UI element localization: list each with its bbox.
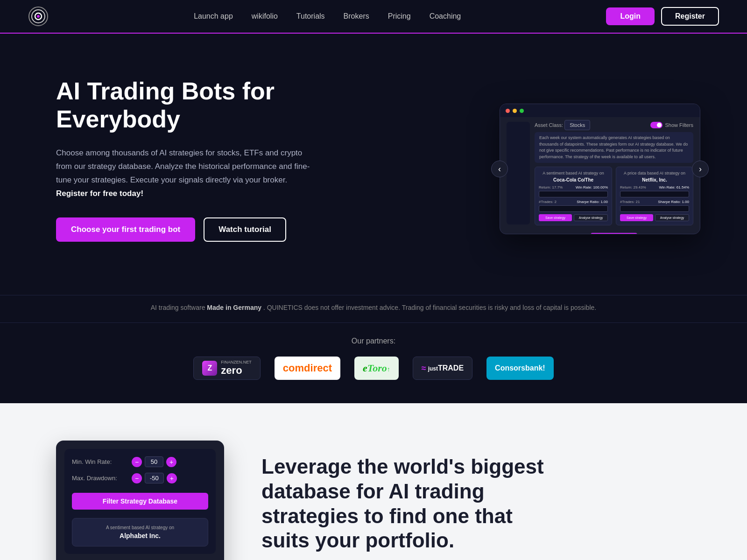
carousel-prev-button[interactable]: ‹ <box>491 161 508 177</box>
app-card2-input2 <box>620 205 689 212</box>
app-card2-return: Return: 29.43% Win Rate: 61.54% <box>620 185 689 189</box>
disclaimer-made-in: Made in Germany <box>207 304 261 311</box>
filter-db-button[interactable]: Filter Strategy Database <box>72 493 208 510</box>
app-card2-subtitle: A price data based AI strategy on <box>620 171 689 175</box>
app-card1-buttons: Save strategy Analyse strategy <box>539 214 608 221</box>
window-close-dot <box>506 109 510 113</box>
justtrade-label: ≈ justTRADE <box>422 364 464 373</box>
nav-actions: Login Register <box>606 7 719 26</box>
app-main: Asset Class: Stocks Show Filters Each we… <box>535 122 693 234</box>
svg-point-3 <box>37 15 40 18</box>
app-card1-input2 <box>539 205 608 212</box>
comdirect-label: comdirect <box>283 362 332 374</box>
filter-winrate-label: Min. Win Rate: <box>72 458 128 465</box>
carousel-next-button[interactable]: › <box>692 161 709 177</box>
register-button[interactable]: Register <box>661 7 719 26</box>
partners-logos: Z FINANZEN.NET zero comdirect eToro↑ ≈ j… <box>28 357 719 380</box>
filter-winrate-controls: − 50 + <box>132 456 176 467</box>
filter-winrate-plus[interactable]: + <box>166 457 176 467</box>
filter-drawdown-value: -50 <box>145 473 164 483</box>
app-card1-subtitle: A sentiment based AI strategy on <box>539 171 608 175</box>
app-asset-select[interactable]: Stocks <box>564 120 590 130</box>
app-asset-label: Asset Class: Stocks <box>535 122 590 128</box>
nav-wikifolio[interactable]: wikifolio <box>252 12 278 20</box>
app-bottom-section: Select Metrics » <box>535 232 693 234</box>
partner-consorsbank[interactable]: Consorsbank! <box>486 357 554 380</box>
app-card2-analyse-button[interactable]: Analyse strategy <box>655 214 689 221</box>
filter-winrate-row: Min. Win Rate: − 50 + <box>72 456 208 467</box>
app-card1-analyse-button[interactable]: Analyse strategy <box>574 214 608 221</box>
app-screenshot: Asset Class: Stocks Show Filters Each we… <box>500 104 700 234</box>
partner-justtrade[interactable]: ≈ justTRADE <box>413 357 472 380</box>
section-2-left: Min. Win Rate: − 50 + Max. Drawdown: − -… <box>56 441 224 560</box>
partners-label: Our partners: <box>28 337 719 345</box>
nav-brokers[interactable]: Brokers <box>344 12 369 20</box>
hero-description: Choose among thousands of AI strategies … <box>56 147 317 201</box>
app-cards-row: A sentiment based AI strategy on Coca-Co… <box>535 167 693 225</box>
disclaimer-text-after: . QUINETICS does not offer investment ad… <box>263 304 596 311</box>
app-card2-save-button[interactable]: Save strategy <box>620 214 653 221</box>
app-card2-buttons: Save strategy Analyse strategy <box>620 214 689 221</box>
finanzen-text: FINANZEN.NET zero <box>221 360 252 377</box>
tablet-inner: Min. Win Rate: − 50 + Max. Drawdown: − -… <box>64 449 216 554</box>
app-card1-input <box>539 191 608 197</box>
app-topbar <box>500 104 700 117</box>
filter-drawdown-plus[interactable]: + <box>167 473 177 483</box>
consorsbank-label: Consorsbank! <box>495 364 545 372</box>
app-card1-return: Return: 17.7% Win Rate: 100.00% <box>539 185 608 189</box>
nav-pricing[interactable]: Pricing <box>388 12 411 20</box>
app-sidebar <box>507 122 530 224</box>
tablet-strategy-card: A sentiment based AI strategy on Alphabe… <box>72 518 208 546</box>
window-minimize-dot <box>513 109 517 113</box>
filter-drawdown-label: Max. Drawdown: <box>72 475 128 482</box>
section-2-title: Leverage the world's biggest database fo… <box>261 455 691 553</box>
tablet-card-name: Alphabet Inc. <box>79 532 201 539</box>
hero-cta-text: Register for free today! <box>56 189 143 198</box>
logo[interactable] <box>28 6 49 27</box>
hero-right: ‹ Asset Class: Stocks <box>500 104 700 234</box>
filter-drawdown-minus[interactable]: − <box>132 473 142 483</box>
hero-buttons: Choose your first trading bot Watch tuto… <box>56 217 317 242</box>
tablet-card-subtitle: A sentiment based AI strategy on <box>79 525 201 530</box>
app-content: Asset Class: Stocks Show Filters Each we… <box>500 117 700 234</box>
etoro-label: eToro↑ <box>363 362 390 374</box>
disclaimer-text-before: AI trading software <box>151 304 205 311</box>
choose-bot-button[interactable]: Choose your first trading bot <box>56 217 195 242</box>
app-select-metrics-button[interactable]: Select Metrics » <box>591 233 637 234</box>
app-card2-name: Netflix, Inc. <box>620 177 689 182</box>
watch-tutorial-button[interactable]: Watch tutorial <box>204 217 286 242</box>
filters-label: Show Filters <box>665 122 693 128</box>
nav-coaching[interactable]: Coaching <box>430 12 461 20</box>
app-card1-trades: #Trades: 2 Sharpe Ratio: 1.00 <box>539 200 608 204</box>
login-button[interactable]: Login <box>606 7 655 25</box>
nav-tutorials[interactable]: Tutorials <box>296 12 325 20</box>
section-2: Min. Win Rate: − 50 + Max. Drawdown: − -… <box>0 403 747 560</box>
app-card-2: A price data based AI strategy on Netfli… <box>616 167 693 225</box>
app-card2-trades: #Trades: 21 Sharpe Ratio: 1.00 <box>620 200 689 204</box>
hero-section: AI Trading Bots for Everybody Choose amo… <box>0 34 747 295</box>
app-card-1: A sentiment based AI strategy on Coca-Co… <box>535 167 612 225</box>
app-card1-name: Coca-Cola Co/The <box>539 177 608 182</box>
tablet-mockup: Min. Win Rate: − 50 + Max. Drawdown: − -… <box>56 441 224 560</box>
finanzen-main: zero <box>221 364 252 377</box>
finanzen-sub: FINANZEN.NET <box>221 360 252 364</box>
filters-toggle-switch[interactable] <box>650 122 662 128</box>
hero-left: AI Trading Bots for Everybody Choose amo… <box>56 77 317 260</box>
section-2-right: Leverage the world's biggest database fo… <box>261 441 691 553</box>
nav-launch-app[interactable]: Launch app <box>194 12 233 20</box>
filter-drawdown-controls: − -50 + <box>132 473 177 483</box>
navbar: Launch app wikifolio Tutorials Brokers P… <box>0 0 747 34</box>
filter-winrate-minus[interactable]: − <box>132 457 142 467</box>
partner-comdirect[interactable]: comdirect <box>275 357 340 380</box>
partner-etoro[interactable]: eToro↑ <box>354 357 399 380</box>
disclaimer: AI trading software Made in Germany . QU… <box>0 295 747 322</box>
finanzen-icon: Z <box>202 361 217 376</box>
app-filters-toggle: Show Filters <box>650 122 693 128</box>
filter-drawdown-row: Max. Drawdown: − -50 + <box>72 473 208 483</box>
window-maximize-dot <box>520 109 524 113</box>
hero-title: AI Trading Bots for Everybody <box>56 77 317 133</box>
partner-finanzen[interactable]: Z FINANZEN.NET zero <box>193 357 261 380</box>
app-card1-save-button[interactable]: Save strategy <box>539 214 572 221</box>
nav-links: Launch app wikifolio Tutorials Brokers P… <box>194 12 461 21</box>
app-card2-input <box>620 191 689 197</box>
